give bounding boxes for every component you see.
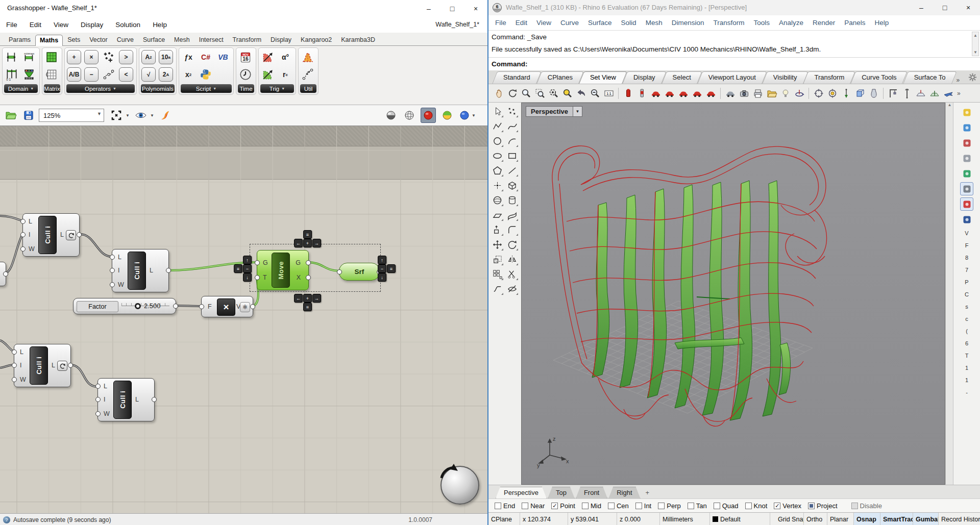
cplane-to-object-icon[interactable]	[853, 87, 866, 99]
gh-menu-view[interactable]: View	[47, 21, 75, 29]
osnap-perp[interactable]: Perp	[658, 502, 680, 510]
gh-titlebar[interactable]: Grasshopper - Wafle_Shelf_1* – □ ×	[0, 0, 487, 17]
toolbar-tab-standard[interactable]: Standard	[495, 71, 539, 84]
toggle-smarttrack[interactable]: SmartTrack	[880, 513, 913, 525]
curve-interpolate-tool-icon[interactable]	[505, 119, 519, 133]
zoom-1-to-1-icon[interactable]: 1:1	[602, 87, 615, 99]
chevron-down-icon[interactable]: ▼	[472, 113, 476, 118]
gh-close-button[interactable]: ×	[464, 0, 487, 17]
vb-script-icon[interactable]: VB	[215, 49, 231, 65]
layers-panel-icon[interactable]	[960, 106, 973, 119]
pan-view-icon[interactable]	[492, 87, 505, 99]
selection-widget-button[interactable]: −	[243, 264, 252, 273]
checkbox-int[interactable]	[635, 503, 642, 509]
remap-numbers-icon[interactable]	[21, 67, 37, 82]
evaluate-icon[interactable]: x2	[181, 67, 196, 82]
checkbox-perp[interactable]	[658, 503, 665, 509]
power-of-2-icon[interactable]: 2A	[158, 67, 174, 82]
matrix-gray-icon[interactable]	[44, 67, 59, 82]
set-view-left-icon[interactable]	[677, 87, 690, 99]
matrix-green-icon[interactable]	[44, 49, 59, 65]
scale-tool-icon[interactable]	[491, 253, 504, 266]
zoom-out-icon[interactable]	[589, 87, 601, 99]
zoom-dynamic-icon[interactable]	[520, 87, 532, 99]
toggle-grid-snap[interactable]: Grid Snap	[775, 513, 804, 525]
osnap-mid[interactable]: Mid	[582, 502, 601, 510]
checkbox-end[interactable]	[495, 503, 501, 509]
smaller-than-icon[interactable]: <	[118, 67, 134, 82]
divide-domain-icon[interactable]: 0 1	[4, 67, 19, 82]
rendering-panel-icon[interactable]	[960, 152, 973, 165]
fillet-tool-icon[interactable]	[505, 223, 519, 237]
reverse-flag-icon[interactable]	[66, 230, 76, 240]
viewport-tab-front[interactable]: Front	[576, 487, 607, 498]
reverse-flag-icon[interactable]	[57, 361, 67, 371]
checkbox-quad[interactable]	[714, 503, 720, 509]
selection-widget-button[interactable]: +	[303, 239, 312, 247]
selection-widget-button[interactable]: ≡	[303, 230, 312, 239]
osnap-cen[interactable]: Cen	[608, 502, 629, 510]
camera-settings-icon[interactable]	[738, 87, 750, 99]
perspective-viewport[interactable]: Perspective ▼ zyx	[521, 103, 945, 485]
chevron-down-icon[interactable]: ▼	[281, 87, 285, 90]
degrees-icon[interactable]: α°	[278, 49, 293, 65]
osnap-end[interactable]: End	[495, 502, 515, 510]
turntable-icon[interactable]	[793, 87, 805, 99]
rhino-menu-help[interactable]: Help	[870, 19, 894, 27]
command-area[interactable]: Command: _Save File successfully saved a…	[488, 31, 980, 71]
set-view-right-icon[interactable]	[691, 87, 703, 99]
save-file-icon[interactable]	[21, 108, 36, 122]
gh-maximize-button[interactable]: □	[440, 0, 464, 17]
selection-widget-button[interactable]: ↑	[243, 256, 252, 264]
rhino-menu-curve[interactable]: Curve	[556, 19, 583, 27]
component-cull2[interactable]: Cull iLIWL	[112, 249, 169, 292]
rhino-menu-tools[interactable]: Tools	[749, 19, 774, 27]
toggle-record-history[interactable]: Record History	[939, 513, 980, 525]
rotate-view-icon[interactable]	[506, 87, 519, 99]
preview-shaded-icon[interactable]	[402, 108, 416, 122]
gh-tab-display[interactable]: Display	[266, 34, 296, 45]
chevron-down-icon[interactable]: ▼	[126, 113, 130, 118]
cosine-icon[interactable]	[260, 67, 276, 82]
selection-widget-button[interactable]: →	[312, 294, 321, 303]
place-spotlight-icon[interactable]	[779, 87, 792, 99]
arc-tool-icon[interactable]	[505, 134, 519, 148]
cplane-plan-icon[interactable]	[914, 87, 927, 99]
rhino-menu-surface[interactable]: Surface	[583, 19, 617, 27]
units-cell[interactable]: Millimeters	[660, 513, 710, 525]
set-view-perspective-icon[interactable]	[704, 87, 717, 99]
set-view-bottom-icon[interactable]	[635, 87, 648, 99]
osnap-int[interactable]: Int	[635, 502, 651, 510]
set-cplane-icon[interactable]	[812, 87, 825, 99]
zoom-extents-icon[interactable]	[109, 108, 124, 122]
gh-tab-maths[interactable]: Maths	[35, 35, 63, 46]
selection-widget-button[interactable]: ↑	[378, 256, 386, 264]
component-partial[interactable]	[0, 262, 6, 286]
gear-icon[interactable]	[968, 73, 977, 82]
cplane-cell[interactable]: CPlane	[488, 513, 520, 525]
selection-widget-button[interactable]: ≡	[234, 264, 242, 273]
checkbox-near[interactable]	[522, 503, 528, 509]
component-number-slider[interactable]: Factor2.500	[73, 298, 176, 314]
gh-tab-params[interactable]: Params	[4, 34, 35, 45]
rhino-menu-solid[interactable]: Solid	[617, 19, 641, 27]
palette-group-label-domain[interactable]: Domain▼	[4, 84, 38, 93]
subtraction-icon[interactable]: −	[84, 67, 99, 82]
gh-tab-transform[interactable]: Transform	[228, 34, 266, 45]
scroll-down-icon[interactable]: ▼	[973, 50, 977, 55]
gh-tab-karamba3d[interactable]: Karamba3D	[336, 34, 380, 45]
properties-panel-icon[interactable]	[960, 213, 973, 226]
toolbar-tab-transform[interactable]: Transform	[805, 71, 853, 84]
undo-view-change-icon[interactable]	[575, 87, 587, 99]
tabs-overflow-chevron[interactable]: »	[957, 77, 960, 84]
square-root-icon[interactable]: √	[141, 67, 156, 82]
draw-order-brush-icon[interactable]	[158, 108, 173, 122]
surface-tool-icon[interactable]	[505, 208, 519, 222]
toolbar-tab-set-view[interactable]: Set View	[581, 71, 625, 84]
toolbar-tab-surface-to[interactable]: Surface To	[905, 71, 954, 84]
viewport-tab-perspective[interactable]: Perspective	[496, 487, 547, 498]
palette-group-label-util[interactable]: Util	[300, 84, 316, 93]
checkbox-mid[interactable]	[582, 503, 589, 509]
gh-tab-kangaroo2[interactable]: Kangaroo2	[296, 34, 336, 45]
point-tool-icon[interactable]	[491, 179, 504, 192]
